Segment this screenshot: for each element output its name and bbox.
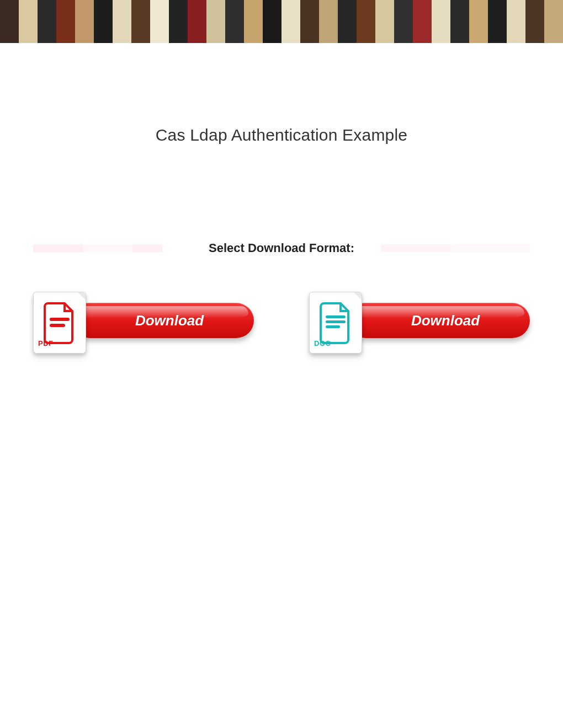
banner-tile [131, 0, 150, 43]
pdf-icon [43, 301, 77, 344]
banner-tile [19, 0, 38, 43]
banner-tile [206, 0, 225, 43]
page-title: Cas Ldap Authentication Example [0, 126, 563, 144]
banner-tile [188, 0, 206, 43]
banner-tile [432, 0, 450, 43]
download-pdf-label: Download [122, 312, 204, 329]
banner-tile [507, 0, 525, 43]
banner-tile [225, 0, 244, 43]
banner-tile [319, 0, 338, 43]
svg-rect-2 [326, 315, 346, 318]
doc-icon [318, 301, 353, 344]
banner-strip [0, 0, 563, 43]
banner-tile [263, 0, 282, 43]
download-pill: Download [72, 303, 254, 338]
banner-tile [338, 0, 357, 43]
banner-tile [450, 0, 469, 43]
banner-tile [38, 0, 56, 43]
banner-tile [94, 0, 113, 43]
doc-icon-label: DOC [314, 339, 331, 347]
banner-tile [75, 0, 94, 43]
banner-tile [525, 0, 544, 43]
svg-rect-0 [50, 318, 70, 321]
banner-tile [169, 0, 188, 43]
banner-tile [300, 0, 319, 43]
banner-tile [375, 0, 394, 43]
pdf-file-icon: PDF [33, 292, 86, 354]
banner-tile [56, 0, 75, 43]
banner-tile [244, 0, 263, 43]
banner-tile [488, 0, 507, 43]
svg-rect-4 [326, 325, 340, 328]
banner-tile [282, 0, 300, 43]
banner-tile [544, 0, 563, 43]
pdf-icon-label: PDF [38, 339, 54, 347]
svg-rect-3 [326, 320, 346, 323]
banner-tile [413, 0, 432, 43]
banner-tile [469, 0, 488, 43]
svg-rect-1 [50, 324, 65, 327]
doc-file-icon: DOC [309, 292, 362, 354]
card-fold-icon [354, 292, 362, 300]
download-doc-button[interactable]: DOC Download [309, 296, 530, 351]
select-format-label: Select Download Format: [0, 241, 563, 255]
card-fold-icon [78, 292, 86, 300]
banner-tile [394, 0, 413, 43]
download-buttons-row: PDF Download DOC Download [33, 296, 530, 351]
download-pill: Download [348, 303, 530, 338]
banner-tile [357, 0, 375, 43]
download-pdf-button[interactable]: PDF Download [33, 296, 254, 351]
select-format-row: Select Download Format: [0, 241, 563, 258]
banner-tile [113, 0, 131, 43]
banner-tile [0, 0, 19, 43]
download-doc-label: Download [398, 312, 480, 329]
banner-tile [150, 0, 169, 43]
